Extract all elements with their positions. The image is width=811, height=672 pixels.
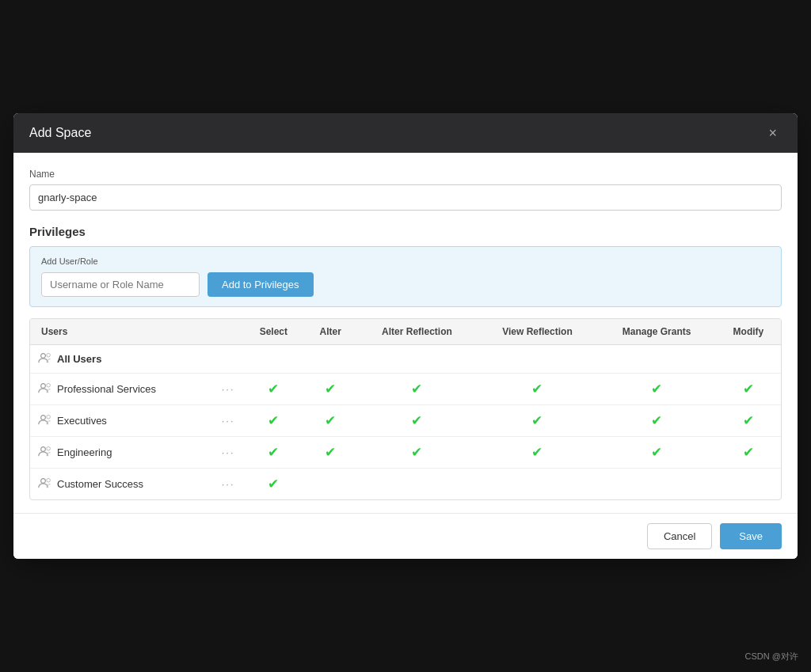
- svg-point-2: [41, 384, 46, 389]
- table-row: Engineering···✔✔✔✔✔✔: [30, 437, 781, 469]
- perm-cell-view_reflection[interactable]: [478, 469, 598, 500]
- perm-cell-alter[interactable]: ✔: [304, 437, 356, 469]
- add-user-label: Add User/Role: [41, 256, 770, 266]
- perm-cell-alter_reflection[interactable]: ✔: [356, 437, 477, 469]
- check-icon: ✔: [743, 445, 754, 460]
- perm-cell-view_reflection[interactable]: ✔: [478, 437, 598, 469]
- col-header-view-reflection: View Reflection: [478, 319, 598, 345]
- table-row: Customer Success···✔: [30, 469, 781, 500]
- username-input[interactable]: [41, 272, 200, 297]
- check-icon: ✔: [268, 413, 279, 428]
- perm-cell-alter[interactable]: ✔: [304, 374, 356, 405]
- perm-cell-view_reflection[interactable]: ✔: [478, 405, 598, 437]
- check-icon: ✔: [268, 476, 279, 492]
- perm-cell-select[interactable]: ✔: [243, 374, 305, 405]
- svg-point-3: [47, 383, 51, 387]
- add-to-privileges-button[interactable]: Add to Privileges: [208, 272, 314, 297]
- more-options-icon[interactable]: ···: [222, 478, 235, 490]
- modal-footer: Cancel Save: [13, 513, 798, 559]
- save-button[interactable]: Save: [720, 523, 782, 549]
- perm-cell-alter[interactable]: [304, 469, 356, 500]
- perm-cell-manage_grants[interactable]: [597, 345, 715, 374]
- user-cell: Engineering···: [30, 437, 243, 469]
- more-options-icon[interactable]: ···: [222, 383, 235, 395]
- check-icon: ✔: [325, 445, 336, 460]
- check-icon: ✔: [743, 382, 754, 397]
- user-name: All Users: [57, 353, 101, 365]
- name-label: Name: [29, 169, 782, 180]
- privileges-table-wrapper: Users Select Alter Alter Reflection View…: [29, 318, 782, 500]
- user-cell: All Users: [30, 345, 243, 374]
- more-options-icon[interactable]: ···: [222, 415, 235, 427]
- name-input[interactable]: [29, 184, 782, 211]
- perm-cell-alter[interactable]: [304, 345, 356, 374]
- user-name: Professional Services: [57, 383, 156, 395]
- perm-cell-view_reflection[interactable]: [478, 345, 598, 374]
- check-icon: ✔: [268, 382, 279, 397]
- user-name: Engineering: [57, 446, 112, 458]
- svg-point-9: [47, 478, 51, 482]
- perm-cell-select[interactable]: ✔: [243, 437, 305, 469]
- check-icon: ✔: [411, 413, 422, 428]
- check-icon: ✔: [411, 445, 422, 460]
- privileges-table: Users Select Alter Alter Reflection View…: [30, 319, 781, 499]
- check-icon: ✔: [531, 445, 543, 460]
- user-cell: Customer Success···: [30, 469, 243, 500]
- perm-cell-alter[interactable]: ✔: [304, 405, 356, 437]
- check-icon: ✔: [411, 382, 422, 397]
- check-icon: ✔: [743, 413, 754, 428]
- table-body: All Users Professional Services···✔✔✔✔✔✔…: [30, 345, 781, 500]
- perm-cell-modify[interactable]: [716, 469, 781, 500]
- perm-cell-view_reflection[interactable]: ✔: [478, 374, 598, 405]
- svg-point-8: [41, 479, 46, 484]
- col-header-manage-grants: Manage Grants: [597, 319, 715, 345]
- svg-point-6: [41, 447, 46, 452]
- perm-cell-modify[interactable]: [716, 345, 781, 374]
- name-field-group: Name: [29, 169, 782, 211]
- perm-cell-alter_reflection[interactable]: ✔: [356, 405, 477, 437]
- perm-cell-alter_reflection[interactable]: [356, 469, 477, 500]
- table-row: Professional Services···✔✔✔✔✔✔: [30, 374, 781, 405]
- add-space-modal: Add Space × Name Privileges Add User/Rol…: [13, 113, 798, 559]
- check-icon: ✔: [651, 382, 662, 397]
- privileges-title: Privileges: [29, 225, 782, 238]
- user-group-icon: [38, 446, 52, 459]
- perm-cell-alter_reflection[interactable]: [356, 345, 477, 374]
- check-icon: ✔: [325, 413, 336, 428]
- perm-cell-select[interactable]: ✔: [243, 405, 305, 437]
- check-icon: ✔: [531, 413, 543, 428]
- modal-title: Add Space: [29, 126, 91, 140]
- perm-cell-select[interactable]: [243, 345, 305, 374]
- perm-cell-manage_grants[interactable]: ✔: [597, 437, 715, 469]
- svg-point-7: [47, 446, 51, 450]
- perm-cell-modify[interactable]: ✔: [716, 405, 781, 437]
- perm-cell-select[interactable]: ✔: [243, 469, 305, 500]
- perm-cell-manage_grants[interactable]: [597, 469, 715, 500]
- user-cell: Professional Services···: [30, 374, 243, 405]
- col-header-alter: Alter: [304, 319, 356, 345]
- user-group-icon: [38, 477, 52, 491]
- check-icon: ✔: [531, 382, 543, 397]
- col-header-alter-reflection: Alter Reflection: [356, 319, 477, 345]
- close-button[interactable]: ×: [763, 124, 782, 142]
- perm-cell-alter_reflection[interactable]: ✔: [356, 374, 477, 405]
- modal-overlay: Add Space × Name Privileges Add User/Rol…: [0, 0, 811, 672]
- user-name: Customer Success: [57, 478, 143, 490]
- perm-cell-manage_grants[interactable]: ✔: [597, 374, 715, 405]
- check-icon: ✔: [325, 382, 336, 397]
- check-icon: ✔: [651, 413, 662, 428]
- modal-header: Add Space ×: [13, 113, 798, 153]
- user-name: Executives: [57, 415, 107, 427]
- svg-point-1: [47, 353, 51, 357]
- user-cell: Executives···: [30, 405, 243, 437]
- more-options-icon[interactable]: ···: [222, 446, 235, 458]
- perm-cell-modify[interactable]: ✔: [716, 437, 781, 469]
- check-icon: ✔: [268, 445, 279, 460]
- table-row: Executives···✔✔✔✔✔✔: [30, 405, 781, 437]
- table-row: All Users: [30, 345, 781, 374]
- perm-cell-modify[interactable]: ✔: [716, 374, 781, 405]
- perm-cell-manage_grants[interactable]: ✔: [597, 405, 715, 437]
- watermark: CSDN @对许: [745, 651, 798, 663]
- cancel-button[interactable]: Cancel: [647, 523, 712, 549]
- table-header-row: Users Select Alter Alter Reflection View…: [30, 319, 781, 345]
